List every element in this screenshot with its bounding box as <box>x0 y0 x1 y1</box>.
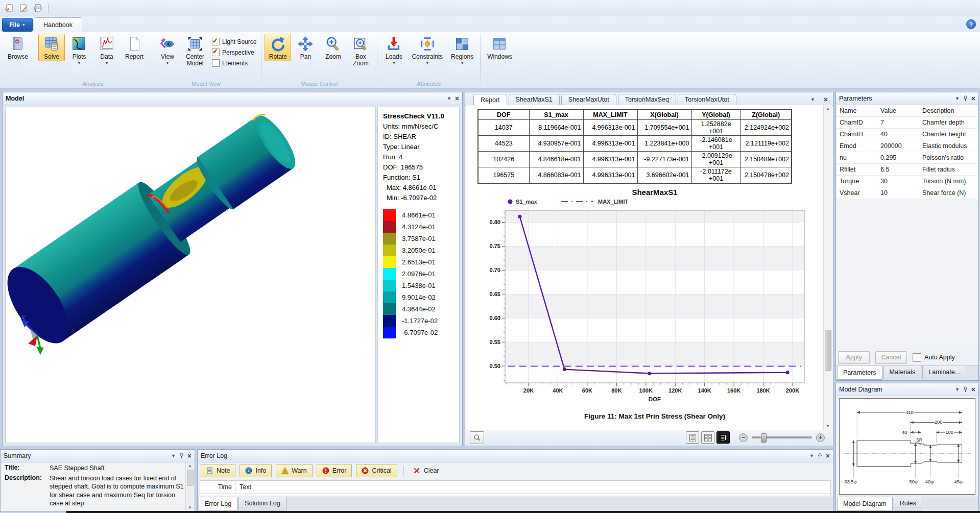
column-header-value[interactable]: Value <box>877 105 919 117</box>
solve-button[interactable]: Solve <box>38 34 65 61</box>
note-filter-button[interactable]: Note <box>201 464 235 477</box>
window-position-icon[interactable]: ▼ <box>447 96 451 101</box>
file-menu-button[interactable]: File ▼ <box>2 18 33 32</box>
checkbox-elements-box[interactable] <box>212 59 220 67</box>
ribbon-tab-row: File ▼ Handbook ? <box>0 16 980 32</box>
vertical-scrollbar[interactable]: ▲ ▼ <box>823 105 832 430</box>
scrollbar-thumb[interactable] <box>187 470 194 486</box>
print-icon[interactable] <box>33 3 43 13</box>
plots-button[interactable]: Plots▼ <box>66 34 92 66</box>
scroll-down-icon[interactable]: ▼ <box>186 505 194 510</box>
close-icon[interactable]: × <box>971 386 975 393</box>
report-button[interactable]: Report <box>121 34 148 61</box>
error-filter-button[interactable]: !Error <box>317 464 352 477</box>
page-with-sidebar-view-button[interactable] <box>716 431 730 444</box>
column-header-time[interactable]: Time <box>200 483 235 491</box>
zoom-button[interactable]: Zoom <box>320 34 346 61</box>
tab-materials[interactable]: Materials <box>883 366 922 379</box>
search-button[interactable] <box>470 431 484 444</box>
model-3d-viewport[interactable]: X <box>5 107 376 443</box>
pan-button[interactable]: Pan <box>292 34 319 61</box>
two-page-view-button[interactable] <box>701 431 714 444</box>
pin-icon[interactable] <box>818 453 822 459</box>
tab-laminate[interactable]: Laminate... <box>922 366 966 379</box>
single-page-view-button[interactable] <box>686 431 699 444</box>
checkbox-perspective-box[interactable] <box>212 48 220 56</box>
window-position-icon[interactable]: ▼ <box>810 97 815 102</box>
close-icon[interactable]: × <box>824 96 828 103</box>
windows-button[interactable]: Windows <box>484 34 516 61</box>
cancel-button[interactable]: Cancel <box>875 351 907 364</box>
tab-error-log[interactable]: Error Log <box>199 497 237 511</box>
window-position-icon[interactable]: ▼ <box>955 387 960 392</box>
close-icon[interactable]: × <box>971 95 975 102</box>
close-icon[interactable]: × <box>826 453 830 459</box>
critical-filter-button[interactable]: Critical <box>356 464 397 477</box>
center-model-button[interactable]: Center Model <box>182 34 208 68</box>
column-header-text[interactable]: Text <box>236 483 251 491</box>
parameter-value-cell[interactable]: 10 <box>877 187 919 199</box>
tab-torsionmaxutot[interactable]: TorsionMaxUtot <box>678 94 736 105</box>
clear-button[interactable]: Clear <box>409 467 443 474</box>
checkbox-perspective[interactable]: Perspective <box>212 48 256 56</box>
tab-rules[interactable]: Rules <box>894 497 922 510</box>
pin-icon[interactable] <box>963 95 968 102</box>
window-position-icon[interactable]: ▼ <box>809 454 814 458</box>
help-icon[interactable]: ? <box>966 19 976 29</box>
zoom-out-button[interactable]: − <box>739 433 748 442</box>
scroll-up-icon[interactable]: ▲ <box>824 107 832 111</box>
errorlog-bottom-tabs: Error LogSolution Log <box>198 497 833 511</box>
tab-torsionmaxseq[interactable]: TorsionMaxSeq <box>618 94 676 105</box>
warn-filter-button[interactable]: !Warn <box>276 464 312 477</box>
column-header-description[interactable]: Description <box>919 105 978 117</box>
close-icon[interactable]: × <box>187 453 192 459</box>
info-filter-button[interactable]: iInfo <box>240 464 272 477</box>
import-file-icon[interactable] <box>4 3 14 13</box>
window-position-icon[interactable]: ▼ <box>955 96 960 101</box>
apply-button[interactable]: Apply <box>838 351 870 364</box>
tab-parameters[interactable]: Parameters <box>837 366 882 380</box>
data-button[interactable]: Data▼ <box>93 34 120 66</box>
tab-model-diagram[interactable]: Model Diagram <box>837 497 893 511</box>
constraints-button[interactable]: Constraints▼ <box>408 34 446 66</box>
scroll-up-icon[interactable]: ▲ <box>186 463 194 468</box>
tab-handbook[interactable]: Handbook <box>34 17 82 32</box>
tab-shearmaxutot[interactable]: ShearMaxUtot <box>561 94 616 105</box>
scrollbar-thumb[interactable] <box>825 330 831 371</box>
window-position-icon[interactable]: ▼ <box>171 454 176 458</box>
save-model-icon[interactable] <box>18 3 29 13</box>
parameter-value-cell[interactable]: 7 <box>877 117 919 129</box>
report-table: DOFS1_maxMAX_LIMITX(Global)Y(Global)Z(Gl… <box>477 109 792 184</box>
checkbox-light-source-box[interactable] <box>212 38 220 45</box>
auto-apply-checkbox[interactable] <box>913 353 921 362</box>
column-header-name[interactable]: Name <box>836 105 877 117</box>
parameter-value-cell[interactable]: 200000 <box>877 140 919 152</box>
tab-report[interactable]: Report <box>473 94 507 106</box>
summary-scrollbar[interactable]: ▲ ▼ <box>185 462 194 511</box>
svg-text:120K: 120K <box>668 387 682 394</box>
browse-button[interactable]: Browse <box>4 34 32 61</box>
close-icon[interactable]: × <box>455 95 459 102</box>
rotate-button[interactable]: Rotate <box>265 34 291 61</box>
parameter-value-cell[interactable]: 0.295 <box>877 152 919 164</box>
scroll-down-icon[interactable]: ▼ <box>824 424 832 428</box>
parameter-value-cell[interactable]: 40 <box>877 129 919 140</box>
parameter-value-cell[interactable]: 30 <box>877 176 919 187</box>
panel-title: Parameters <box>839 95 872 102</box>
checkbox-light-source[interactable]: Light Source <box>212 38 256 45</box>
pin-icon[interactable] <box>179 453 184 459</box>
tab-shearmaxs1[interactable]: ShearMaxS1 <box>509 94 560 105</box>
ribbon-button-label: Center Model <box>186 54 204 67</box>
regions-button[interactable]: Regions▼ <box>447 34 477 66</box>
box-zoom-button[interactable]: Box Zoom <box>347 34 374 68</box>
zoom-slider-thumb[interactable] <box>761 433 767 443</box>
tab-solution-log[interactable]: Solution Log <box>238 497 286 510</box>
checkbox-elements[interactable]: Elements <box>212 59 256 67</box>
svg-text:0.50: 0.50 <box>490 363 500 369</box>
zoom-in-button[interactable]: + <box>816 433 825 442</box>
pin-icon[interactable] <box>963 386 968 393</box>
parameter-value-cell[interactable]: 6.5 <box>877 164 919 176</box>
loads-button[interactable]: Loads▼ <box>380 34 407 66</box>
view-button[interactable]: View▼ <box>154 34 181 66</box>
zoom-slider[interactable] <box>752 436 812 438</box>
